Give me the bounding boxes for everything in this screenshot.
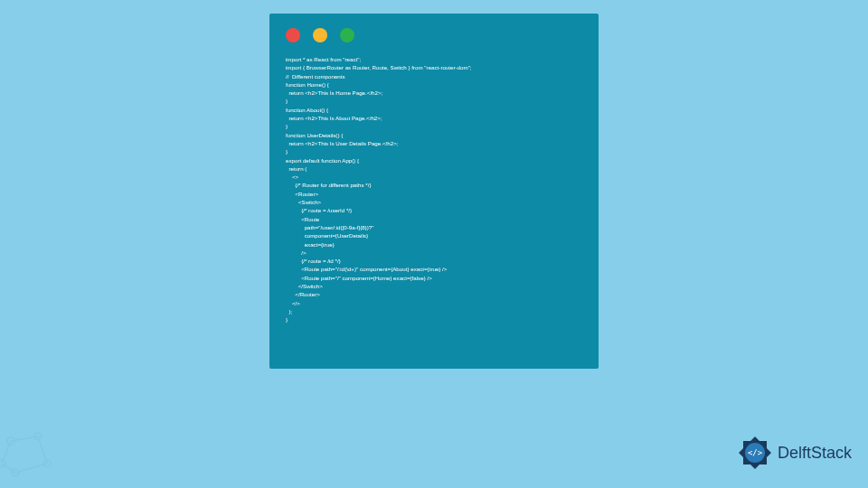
background-decoration <box>0 423 65 488</box>
svg-line-9 <box>2 441 11 464</box>
window-controls <box>269 14 599 42</box>
svg-text:</>: </> <box>748 448 763 457</box>
delftstack-icon: </> <box>736 434 774 472</box>
minimize-dot-icon <box>313 28 327 42</box>
svg-line-6 <box>38 436 47 464</box>
brand-name: DelftStack <box>778 444 852 463</box>
code-window: import * as React from "react"; import {… <box>269 14 599 369</box>
svg-line-7 <box>15 464 47 473</box>
brand-logo: </> DelftStack <box>736 434 852 472</box>
svg-line-5 <box>11 436 38 441</box>
maximize-dot-icon <box>340 28 354 42</box>
svg-line-8 <box>2 464 15 473</box>
code-block: import * as React from "react"; import {… <box>269 42 599 324</box>
close-dot-icon <box>286 28 300 42</box>
